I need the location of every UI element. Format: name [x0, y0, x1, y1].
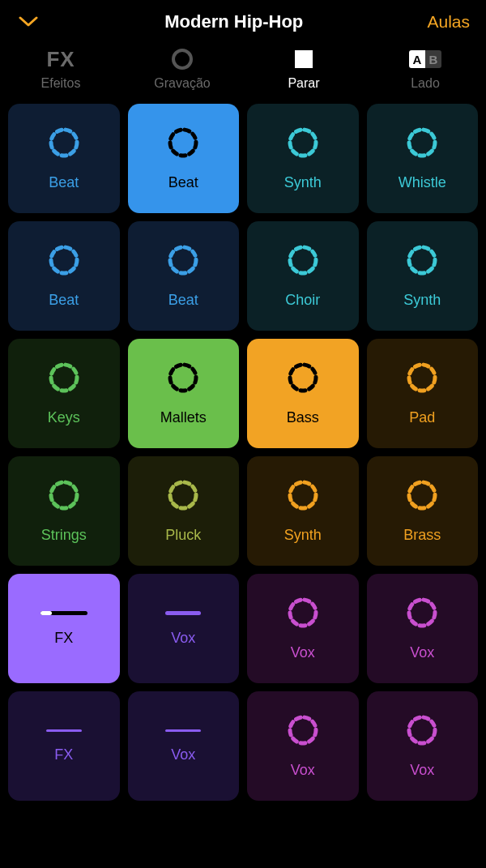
- pad-label: Synth: [403, 292, 441, 309]
- line-icon: [165, 611, 201, 615]
- svg-point-16: [290, 600, 316, 626]
- svg-point-9: [170, 365, 196, 391]
- pad-0-2[interactable]: Synth: [247, 104, 359, 213]
- pad-label: Pluck: [165, 527, 201, 544]
- pad-label: Keys: [48, 409, 80, 426]
- pad-label: Whistle: [399, 174, 446, 191]
- progress-icon: [40, 611, 87, 615]
- fx-tool[interactable]: FX Efeitos: [0, 47, 122, 91]
- svg-point-11: [409, 365, 435, 391]
- svg-point-7: [409, 247, 435, 273]
- pad-label: Vox: [291, 762, 315, 779]
- pad-0-1[interactable]: Beat: [128, 104, 240, 213]
- fx-icon: FX: [46, 47, 75, 72]
- pad-label: FX: [54, 746, 73, 763]
- stop-tool[interactable]: Parar: [243, 47, 364, 91]
- svg-point-3: [409, 130, 435, 156]
- loop-ring-icon: [166, 361, 200, 395]
- pad-label: Synth: [284, 174, 322, 191]
- pad-label: Vox: [410, 762, 434, 779]
- pad-5-3[interactable]: Vox: [367, 691, 479, 801]
- pad-5-1[interactable]: Vox: [128, 691, 240, 801]
- svg-point-4: [51, 247, 77, 273]
- loop-ring-icon: [166, 478, 200, 512]
- pad-label: Beat: [168, 292, 198, 309]
- pad-2-2[interactable]: Bass: [247, 339, 359, 448]
- lessons-button[interactable]: Aulas: [427, 12, 470, 32]
- record-label: Gravação: [154, 76, 210, 91]
- pad-4-1[interactable]: Vox: [128, 574, 240, 683]
- pad-label: Bass: [287, 409, 319, 426]
- pad-label: Vox: [291, 644, 315, 661]
- stop-icon: [295, 50, 313, 68]
- loop-ring-icon: [166, 243, 200, 277]
- pad-3-0[interactable]: Strings: [8, 456, 120, 566]
- loop-ring-icon: [47, 361, 81, 395]
- pad-1-3[interactable]: Synth: [367, 221, 479, 331]
- pad-label: Strings: [41, 527, 87, 544]
- pad-1-0[interactable]: Beat: [8, 221, 120, 331]
- pad-label: Brass: [403, 527, 441, 544]
- side-tool[interactable]: AB Lado: [364, 47, 486, 91]
- pad-label: Mallets: [160, 409, 207, 426]
- pad-3-1[interactable]: Pluck: [128, 456, 240, 566]
- svg-point-10: [290, 365, 316, 391]
- pad-4-0[interactable]: FX: [8, 574, 120, 683]
- pad-2-0[interactable]: Keys: [8, 339, 120, 448]
- pad-0-3[interactable]: Whistle: [367, 104, 479, 213]
- svg-point-19: [409, 717, 435, 743]
- fx-label: Efeitos: [41, 76, 81, 91]
- record-icon: [172, 49, 193, 70]
- pad-0-0[interactable]: Beat: [8, 104, 120, 213]
- toolbar: FX Efeitos Gravação Parar AB Lado: [0, 41, 486, 104]
- pad-label: Synth: [284, 527, 322, 544]
- pad-label: Choir: [285, 292, 320, 309]
- header: Modern Hip-Hop Aulas: [0, 0, 486, 41]
- svg-point-12: [51, 482, 77, 508]
- svg-point-13: [170, 482, 196, 508]
- record-tool[interactable]: Gravação: [122, 47, 243, 91]
- collapse-button[interactable]: [16, 10, 40, 34]
- loop-ring-icon: [405, 478, 439, 512]
- svg-point-6: [290, 247, 316, 273]
- line-icon: [46, 729, 82, 732]
- pad-label: Vox: [171, 630, 195, 647]
- pad-label: Beat: [49, 174, 79, 191]
- pad-4-2[interactable]: Vox: [247, 574, 359, 683]
- loop-ring-icon: [405, 713, 439, 747]
- loop-ring-icon: [286, 713, 320, 747]
- loop-ring-icon: [286, 243, 320, 277]
- ab-icon: AB: [409, 50, 441, 68]
- pad-5-0[interactable]: FX: [8, 691, 120, 801]
- pad-1-2[interactable]: Choir: [247, 221, 359, 331]
- pad-label: Vox: [171, 746, 195, 763]
- svg-point-8: [51, 365, 77, 391]
- pad-5-2[interactable]: Vox: [247, 691, 359, 801]
- loop-ring-icon: [47, 126, 81, 160]
- pad-grid: BeatBeatSynthWhistleBeatBeatChoirSynthKe…: [0, 104, 486, 801]
- pad-2-1[interactable]: Mallets: [128, 339, 240, 448]
- loop-ring-icon: [166, 126, 200, 160]
- chevron-down-icon: [19, 16, 38, 28]
- pad-label: Beat: [49, 292, 79, 309]
- svg-point-14: [290, 482, 316, 508]
- pad-4-3[interactable]: Vox: [367, 574, 479, 683]
- pad-2-3[interactable]: Pad: [367, 339, 479, 448]
- loop-ring-icon: [405, 596, 439, 630]
- loop-ring-icon: [47, 478, 81, 512]
- side-label: Lado: [411, 76, 440, 91]
- pad-label: FX: [54, 630, 73, 647]
- svg-point-5: [170, 247, 196, 273]
- loop-ring-icon: [405, 361, 439, 395]
- svg-point-0: [51, 130, 77, 156]
- loop-ring-icon: [286, 596, 320, 630]
- line-icon: [165, 729, 201, 732]
- page-title: Modern Hip-Hop: [40, 11, 427, 32]
- pad-3-3[interactable]: Brass: [367, 456, 479, 566]
- pad-label: Vox: [410, 644, 434, 661]
- pad-label: Pad: [409, 409, 435, 426]
- pad-1-1[interactable]: Beat: [128, 221, 240, 331]
- pad-3-2[interactable]: Synth: [247, 456, 359, 566]
- svg-point-2: [290, 130, 316, 156]
- svg-point-17: [409, 600, 435, 626]
